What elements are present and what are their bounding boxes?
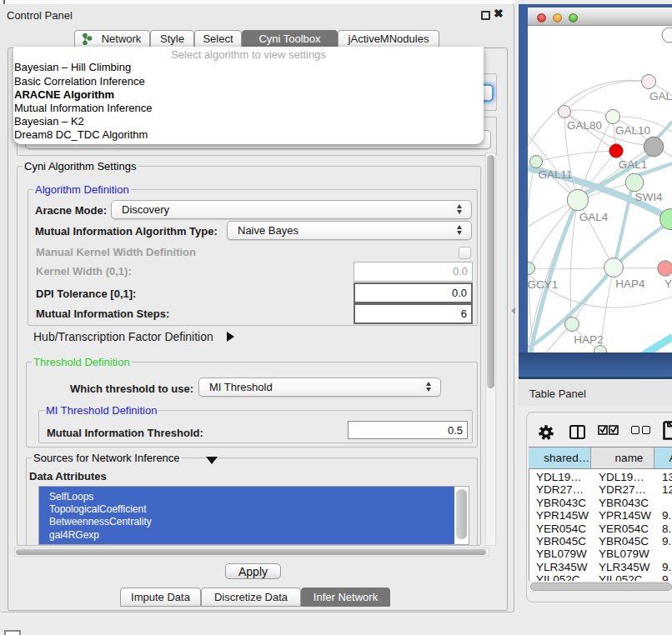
svg-text:HAP4: HAP4	[615, 278, 645, 290]
svg-text:GCY1: GCY1	[528, 278, 558, 291]
svg-text:YJ: YJ	[664, 278, 672, 290]
svg-text:GAL10: GAL10	[615, 124, 650, 137]
svg-text:GAL4: GAL4	[579, 211, 609, 223]
svg-text:GAL80: GAL80	[567, 119, 602, 132]
svg-text:GAL11: GAL11	[538, 168, 572, 181]
svg-text:GAL7: GAL7	[649, 90, 672, 102]
svg-text:HAP2: HAP2	[574, 333, 603, 346]
svg-text:GAL1: GAL1	[619, 158, 648, 171]
svg-text:SWI4: SWI4	[634, 191, 662, 203]
